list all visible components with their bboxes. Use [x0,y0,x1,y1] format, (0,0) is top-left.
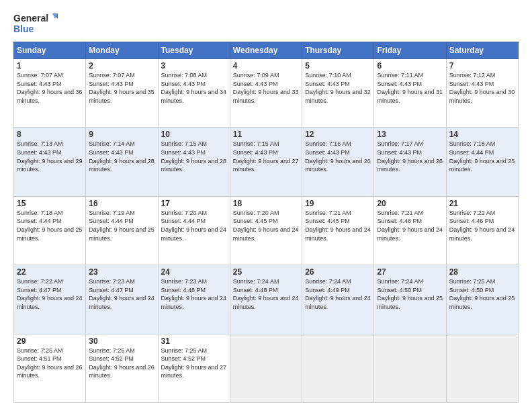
day-cell-4: 4Sunrise: 7:09 AM Sunset: 4:43 PM Daylig… [230,59,302,128]
day-cell-25: 25Sunrise: 7:24 AM Sunset: 4:48 PM Dayli… [230,265,302,334]
day-number: 1 [17,61,83,71]
day-number: 2 [89,61,154,71]
day-number: 26 [305,267,371,277]
day-info: Sunrise: 7:25 AM Sunset: 4:52 PM Dayligh… [89,347,154,380]
day-cell-22: 22Sunrise: 7:22 AM Sunset: 4:47 PM Dayli… [14,265,86,334]
day-cell-30: 30Sunrise: 7:25 AM Sunset: 4:52 PM Dayli… [86,334,158,402]
header-row: SundayMondayTuesdayWednesdayThursdayFrid… [14,42,519,59]
day-info: Sunrise: 7:07 AM Sunset: 4:43 PM Dayligh… [89,71,154,105]
day-cell-24: 24Sunrise: 7:23 AM Sunset: 4:48 PM Dayli… [158,265,230,334]
svg-text:General: General [13,13,48,24]
day-cell-12: 12Sunrise: 7:16 AM Sunset: 4:43 PM Dayli… [302,128,374,196]
day-info: Sunrise: 7:25 AM Sunset: 4:52 PM Dayligh… [161,347,227,380]
day-number: 19 [305,199,371,208]
day-info: Sunrise: 7:10 AM Sunset: 4:43 PM Dayligh… [305,71,371,105]
day-info: Sunrise: 7:24 AM Sunset: 4:48 PM Dayligh… [233,277,299,311]
day-cell-20: 20Sunrise: 7:21 AM Sunset: 4:46 PM Dayli… [374,196,446,265]
day-number: 25 [233,267,299,277]
day-cell-26: 26Sunrise: 7:24 AM Sunset: 4:49 PM Dayli… [302,265,374,334]
day-info: Sunrise: 7:16 AM Sunset: 4:43 PM Dayligh… [305,140,371,173]
day-cell-6: 6Sunrise: 7:11 AM Sunset: 4:43 PM Daylig… [374,59,446,128]
day-info: Sunrise: 7:20 AM Sunset: 4:44 PM Dayligh… [161,209,227,242]
day-cell-9: 9Sunrise: 7:14 AM Sunset: 4:43 PM Daylig… [86,128,158,196]
day-info: Sunrise: 7:08 AM Sunset: 4:43 PM Dayligh… [161,71,227,105]
day-info: Sunrise: 7:14 AM Sunset: 4:43 PM Dayligh… [89,140,154,173]
day-cell-2: 2Sunrise: 7:07 AM Sunset: 4:43 PM Daylig… [86,59,158,128]
day-cell-31: 31Sunrise: 7:25 AM Sunset: 4:52 PM Dayli… [158,334,230,402]
svg-text:Blue: Blue [13,24,34,34]
day-info: Sunrise: 7:24 AM Sunset: 4:50 PM Dayligh… [377,277,443,311]
logo-svg: General Blue [13,11,60,35]
day-number: 12 [305,130,371,139]
page: General Blue SundayMondayTuesdayWednesda… [0,0,532,411]
day-number: 16 [89,199,154,208]
day-number: 15 [17,199,83,208]
day-info: Sunrise: 7:07 AM Sunset: 4:43 PM Dayligh… [17,71,83,105]
day-number: 7 [449,61,515,71]
day-info: Sunrise: 7:11 AM Sunset: 4:43 PM Dayligh… [377,71,443,105]
day-cell-14: 14Sunrise: 7:18 AM Sunset: 4:44 PM Dayli… [446,128,518,196]
day-cell-16: 16Sunrise: 7:19 AM Sunset: 4:44 PM Dayli… [86,196,158,265]
day-info: Sunrise: 7:18 AM Sunset: 4:44 PM Dayligh… [17,209,83,242]
day-number: 31 [161,336,227,346]
day-number: 8 [17,130,83,139]
day-number: 11 [233,130,299,139]
day-cell-29: 29Sunrise: 7:25 AM Sunset: 4:51 PM Dayli… [14,334,86,402]
empty-cell [446,334,518,402]
day-info: Sunrise: 7:17 AM Sunset: 4:43 PM Dayligh… [377,140,443,173]
day-cell-11: 11Sunrise: 7:15 AM Sunset: 4:43 PM Dayli… [230,128,302,196]
day-info: Sunrise: 7:25 AM Sunset: 4:50 PM Dayligh… [449,277,515,311]
day-info: Sunrise: 7:19 AM Sunset: 4:44 PM Dayligh… [89,209,154,242]
header: General Blue [13,11,519,35]
day-info: Sunrise: 7:09 AM Sunset: 4:43 PM Dayligh… [233,71,299,105]
day-info: Sunrise: 7:22 AM Sunset: 4:47 PM Dayligh… [17,277,83,311]
day-cell-15: 15Sunrise: 7:18 AM Sunset: 4:44 PM Dayli… [14,196,86,265]
day-info: Sunrise: 7:21 AM Sunset: 4:45 PM Dayligh… [305,209,371,242]
empty-cell [374,334,446,402]
day-cell-1: 1Sunrise: 7:07 AM Sunset: 4:43 PM Daylig… [14,59,86,128]
day-cell-8: 8Sunrise: 7:13 AM Sunset: 4:43 PM Daylig… [14,128,86,196]
day-cell-18: 18Sunrise: 7:20 AM Sunset: 4:45 PM Dayli… [230,196,302,265]
day-info: Sunrise: 7:18 AM Sunset: 4:44 PM Dayligh… [449,140,515,173]
day-cell-28: 28Sunrise: 7:25 AM Sunset: 4:50 PM Dayli… [446,265,518,334]
week-row-1: 1Sunrise: 7:07 AM Sunset: 4:43 PM Daylig… [14,59,519,128]
day-info: Sunrise: 7:24 AM Sunset: 4:49 PM Dayligh… [305,277,371,311]
day-number: 6 [377,61,443,71]
day-number: 18 [233,199,299,208]
week-row-4: 22Sunrise: 7:22 AM Sunset: 4:47 PM Dayli… [14,265,519,334]
day-number: 3 [161,61,227,71]
day-info: Sunrise: 7:23 AM Sunset: 4:47 PM Dayligh… [89,277,154,311]
day-cell-3: 3Sunrise: 7:08 AM Sunset: 4:43 PM Daylig… [158,59,230,128]
day-cell-5: 5Sunrise: 7:10 AM Sunset: 4:43 PM Daylig… [302,59,374,128]
day-number: 30 [89,336,154,346]
week-row-2: 8Sunrise: 7:13 AM Sunset: 4:43 PM Daylig… [14,128,519,196]
day-number: 14 [449,130,515,139]
day-number: 4 [233,61,299,71]
day-cell-21: 21Sunrise: 7:22 AM Sunset: 4:46 PM Dayli… [446,196,518,265]
day-info: Sunrise: 7:13 AM Sunset: 4:43 PM Dayligh… [17,140,83,173]
week-row-5: 29Sunrise: 7:25 AM Sunset: 4:51 PM Dayli… [14,334,519,402]
day-number: 24 [161,267,227,277]
day-number: 10 [161,130,227,139]
col-header-sunday: Sunday [14,42,86,59]
day-number: 29 [17,336,83,346]
day-number: 17 [161,199,227,208]
day-info: Sunrise: 7:25 AM Sunset: 4:51 PM Dayligh… [17,347,83,380]
day-number: 9 [89,130,154,139]
day-number: 22 [17,267,83,277]
day-cell-13: 13Sunrise: 7:17 AM Sunset: 4:43 PM Dayli… [374,128,446,196]
col-header-tuesday: Tuesday [158,42,230,59]
col-header-wednesday: Wednesday [230,42,302,59]
day-cell-27: 27Sunrise: 7:24 AM Sunset: 4:50 PM Dayli… [374,265,446,334]
day-info: Sunrise: 7:21 AM Sunset: 4:46 PM Dayligh… [377,209,443,242]
day-cell-7: 7Sunrise: 7:12 AM Sunset: 4:43 PM Daylig… [446,59,518,128]
day-number: 27 [377,267,443,277]
empty-cell [302,334,374,402]
day-info: Sunrise: 7:22 AM Sunset: 4:46 PM Dayligh… [449,209,515,242]
day-number: 20 [377,199,443,208]
week-row-3: 15Sunrise: 7:18 AM Sunset: 4:44 PM Dayli… [14,196,519,265]
col-header-thursday: Thursday [302,42,374,59]
col-header-monday: Monday [86,42,158,59]
day-number: 5 [305,61,371,71]
day-number: 23 [89,267,154,277]
